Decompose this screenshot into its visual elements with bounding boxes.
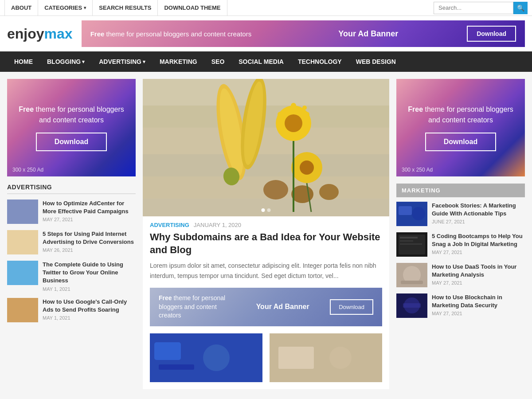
right-article-date: JUNE 27, 2021 bbox=[432, 219, 525, 224]
right-article-date: MAY 27, 2021 bbox=[432, 280, 525, 286]
top-nav-search: 🔍 bbox=[434, 2, 528, 14]
article-info: How to Optimize AdCenter for More Effect… bbox=[43, 200, 136, 222]
chevron-down-icon: ▾ bbox=[84, 0, 86, 16]
right-article-title[interactable]: How to Use Blockchain in Marketing Data … bbox=[432, 293, 525, 309]
svg-rect-42 bbox=[401, 281, 423, 284]
article-thumb bbox=[7, 298, 38, 322]
left-ad-text: Free theme for personal bloggers and con… bbox=[16, 104, 127, 125]
left-ad-size: 300 x 250 Ad bbox=[12, 167, 43, 173]
article-title[interactable]: How to Optimize AdCenter for More Effect… bbox=[43, 200, 136, 215]
article-info: The Complete Guide to Using Twitter to G… bbox=[43, 261, 136, 292]
left-ad-download-button[interactable]: Download bbox=[36, 133, 107, 151]
svg-point-19 bbox=[300, 160, 314, 175]
top-nav-item-categories[interactable]: CATEGORIES ▾ bbox=[38, 0, 93, 16]
hero-excerpt: Lorem ipsum dolor sit amet, consectetur … bbox=[143, 261, 389, 281]
hero-category[interactable]: ADVERTISING bbox=[150, 222, 189, 228]
svg-point-14 bbox=[304, 112, 309, 117]
article-info: 5 Steps for Using Paid Internet Advertis… bbox=[43, 230, 136, 253]
advertising-section-title: ADVERTISING bbox=[7, 184, 136, 194]
right-article-title[interactable]: Facebook Stories: A Marketing Guide With… bbox=[432, 202, 525, 218]
svg-point-16 bbox=[291, 103, 296, 108]
svg-point-31 bbox=[329, 347, 352, 369]
svg-rect-26 bbox=[154, 342, 181, 360]
top-nav: ABOUT CATEGORIES ▾ SEARCH RESULTS DOWNLO… bbox=[0, 0, 532, 16]
svg-point-17 bbox=[302, 106, 307, 110]
list-item: 5 Steps for Using Paid Internet Advertis… bbox=[7, 230, 136, 254]
right-ad-download-button[interactable]: Download bbox=[425, 133, 496, 151]
header-banner-text: Free theme for personal bloggers and con… bbox=[90, 29, 270, 39]
svg-rect-38 bbox=[400, 240, 413, 242]
header-banner-download-button[interactable]: Download bbox=[467, 26, 516, 42]
list-item: How to Use DaaS Tools in Your Marketing … bbox=[396, 263, 525, 287]
inline-banner-download-button[interactable]: Download bbox=[330, 299, 373, 315]
mainnav-blogging[interactable]: BLOGGING ▾ bbox=[40, 51, 92, 72]
svg-point-22 bbox=[319, 184, 339, 200]
list-item: Facebook Stories: A Marketing Guide With… bbox=[396, 202, 525, 226]
logo-enjoy: enjoy bbox=[7, 26, 44, 42]
article-date: MAY 1, 2021 bbox=[43, 286, 136, 292]
svg-point-13 bbox=[285, 114, 302, 132]
list-item: 5 Coding Bootcamps to Help You Snag a Jo… bbox=[396, 232, 525, 257]
search-button[interactable]: 🔍 bbox=[513, 2, 528, 14]
hero-meta: ADVERTISING JANUARY 1, 2020 bbox=[143, 222, 389, 228]
svg-rect-4 bbox=[143, 154, 389, 176]
mainnav-seo[interactable]: SEO bbox=[204, 51, 232, 72]
small-article-image bbox=[150, 333, 262, 382]
svg-rect-33 bbox=[399, 206, 412, 215]
svg-rect-39 bbox=[400, 243, 422, 245]
small-article-image bbox=[270, 333, 382, 382]
right-article-info: How to Use Blockchain in Marketing Data … bbox=[432, 293, 525, 316]
top-nav-item-about[interactable]: ABOUT bbox=[4, 0, 38, 16]
article-title[interactable]: How to Use Google's Call-Only Ads to Sen… bbox=[43, 298, 136, 314]
top-nav-item-download[interactable]: DOWNLOAD THEME bbox=[158, 0, 227, 16]
top-nav-item-search[interactable]: SEARCH RESULTS bbox=[93, 0, 158, 16]
svg-point-20 bbox=[263, 180, 288, 200]
right-article-thumb bbox=[396, 293, 427, 318]
article-thumb bbox=[7, 230, 38, 254]
left-sidebar: Free theme for personal bloggers and con… bbox=[7, 79, 136, 389]
right-article-date: MAY 27, 2021 bbox=[432, 250, 525, 255]
right-article-info: Facebook Stories: A Marketing Guide With… bbox=[432, 202, 525, 224]
article-title[interactable]: 5 Steps for Using Paid Internet Advertis… bbox=[43, 230, 136, 246]
svg-rect-3 bbox=[143, 128, 389, 154]
small-article-1 bbox=[150, 333, 262, 382]
hero-dot bbox=[267, 208, 271, 212]
chevron-down-icon: ▾ bbox=[143, 51, 145, 72]
svg-point-28 bbox=[203, 344, 230, 371]
right-article-thumb bbox=[396, 202, 427, 226]
mainnav-marketing[interactable]: MARKETING bbox=[153, 51, 204, 72]
list-item: How to Use Blockchain in Marketing Data … bbox=[396, 293, 525, 318]
hero-dot-active bbox=[262, 208, 265, 212]
mainnav-web-design[interactable]: WEB DESIGN bbox=[349, 51, 403, 72]
logo-max: max bbox=[44, 26, 73, 42]
logo[interactable]: enjoymax bbox=[7, 26, 73, 42]
right-article-info: How to Use DaaS Tools in Your Marketing … bbox=[432, 263, 525, 286]
mainnav-social-media[interactable]: SOCIAL MEDIA bbox=[231, 51, 291, 72]
article-date: MAY 26, 2021 bbox=[43, 247, 136, 253]
small-article-2 bbox=[270, 333, 382, 382]
inline-banner-ad-label: Your Ad Banner bbox=[244, 303, 321, 311]
right-article-info: 5 Coding Bootcamps to Help You Snag a Jo… bbox=[432, 232, 525, 255]
hero-dots bbox=[262, 208, 271, 212]
small-articles-row bbox=[150, 333, 382, 382]
right-article-list: Facebook Stories: A Marketing Guide With… bbox=[396, 202, 525, 318]
mainnav-advertising[interactable]: ADVERTISING ▾ bbox=[92, 51, 153, 72]
search-input[interactable] bbox=[434, 2, 513, 14]
center-content: ADVERTISING JANUARY 1, 2020 Why Subdomai… bbox=[143, 79, 389, 389]
hero-title[interactable]: Why Subdomains are a Bad Idea for Your W… bbox=[143, 231, 389, 256]
list-item: How to Optimize AdCenter for More Effect… bbox=[7, 200, 136, 224]
right-article-thumb bbox=[396, 263, 427, 287]
svg-rect-6 bbox=[143, 199, 389, 216]
svg-rect-37 bbox=[400, 237, 418, 239]
list-item: The Complete Guide to Using Twitter to G… bbox=[7, 261, 136, 292]
right-article-title[interactable]: How to Use DaaS Tools in Your Marketing … bbox=[432, 263, 525, 279]
right-article-title[interactable]: 5 Coding Bootcamps to Help You Snag a Jo… bbox=[432, 232, 525, 248]
article-thumb bbox=[7, 200, 38, 224]
right-ad-size: 300 x 250 Ad bbox=[402, 167, 433, 173]
mainnav-home[interactable]: HOME bbox=[7, 51, 40, 72]
left-article-list: How to Optimize AdCenter for More Effect… bbox=[7, 200, 136, 322]
main-content: Free theme for personal bloggers and con… bbox=[0, 72, 532, 396]
chevron-down-icon: ▾ bbox=[82, 51, 85, 72]
mainnav-technology[interactable]: TECHNOLOGY bbox=[291, 51, 349, 72]
article-title[interactable]: The Complete Guide to Using Twitter to G… bbox=[43, 261, 136, 285]
